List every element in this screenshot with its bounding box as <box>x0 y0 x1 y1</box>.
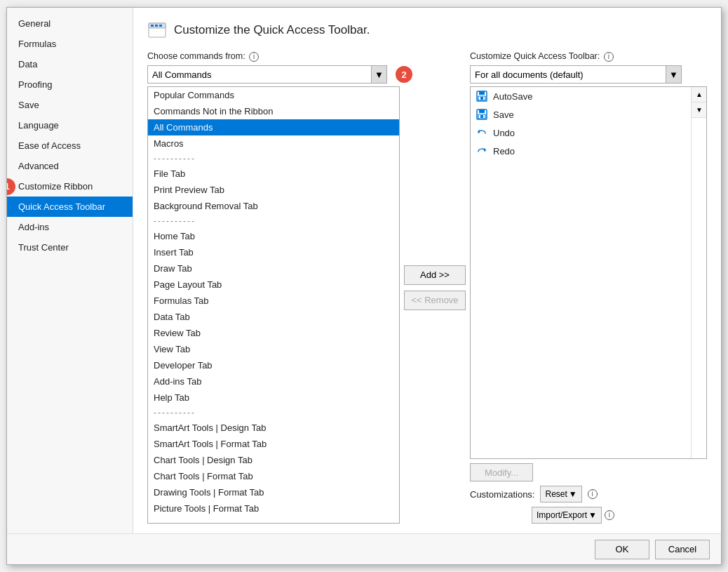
documents-dropdown-btn[interactable]: ▼ <box>666 65 682 84</box>
right-side-arrows: ▲ ▼ <box>691 87 706 458</box>
move-down-button[interactable]: ▼ <box>692 102 707 118</box>
list-item[interactable]: Popular Commands <box>148 87 399 103</box>
redo-icon <box>476 145 487 157</box>
choose-info-icon[interactable]: i <box>249 52 259 62</box>
reset-info-icon[interactable]: i <box>588 489 598 499</box>
toolbar-icon <box>147 20 167 40</box>
svg-rect-8 <box>480 97 483 100</box>
ok-button[interactable]: OK <box>595 540 649 559</box>
right-column: Customize Quick Access Toolbar: i For al… <box>470 51 707 524</box>
import-export-info-icon[interactable]: i <box>605 510 614 520</box>
dialog-body: General Formulas Data Proofing Save Lang… <box>7 8 721 533</box>
list-item[interactable]: Macros <box>148 135 399 152</box>
sidebar-item-data[interactable]: Data <box>7 54 133 74</box>
list-item-all-commands[interactable]: All Commands <box>148 119 399 135</box>
sidebar-item-trust-center[interactable]: Trust Center <box>7 237 133 258</box>
customizations-row: Customizations: Reset ▼ i <box>470 486 707 503</box>
sidebar: General Formulas Data Proofing Save Lang… <box>7 8 133 533</box>
redo-label: Redo <box>493 146 515 157</box>
autosave-icon <box>476 91 487 102</box>
dialog-title-text: Customize the Quick Access Toolbar. <box>174 23 370 37</box>
step2-badge: 2 <box>396 66 412 83</box>
excel-options-dialog: General Formulas Data Proofing Save Lang… <box>6 7 722 565</box>
reset-button[interactable]: Reset ▼ <box>540 486 581 503</box>
svg-rect-12 <box>480 115 483 118</box>
import-export-button[interactable]: Import/Export ▼ <box>532 507 602 524</box>
undo-label: Undo <box>493 128 515 138</box>
right-dropdown-row: For all documents (default) ▼ <box>470 65 707 84</box>
list-item[interactable]: Picture Tools | Format Tab <box>148 500 399 517</box>
undo-icon <box>476 127 487 138</box>
list-item[interactable]: Chart Tools | Design Tab <box>148 452 399 468</box>
sidebar-item-language[interactable]: Language <box>7 115 133 135</box>
list-item[interactable]: Drawing Tools | Format Tab <box>148 484 399 500</box>
list-item[interactable]: Home Tab <box>148 228 399 244</box>
right-bottom: Modify... Customizations: Reset ▼ i Impo <box>470 463 707 524</box>
middle-buttons: Add >> << Remove <box>400 51 470 524</box>
sidebar-item-add-ins[interactable]: Add-ins <box>7 217 133 237</box>
list-item[interactable]: Review Tab <box>148 325 399 341</box>
save-label: Save <box>493 109 514 120</box>
commands-dropdown[interactable]: Popular Commands Commands Not in the Rib… <box>147 65 372 84</box>
list-separator: ---------- <box>148 152 399 166</box>
sidebar-item-general[interactable]: General <box>7 13 133 34</box>
list-item[interactable]: Page Layout Tab <box>148 277 399 293</box>
sidebar-item-proofing[interactable]: Proofing <box>7 74 133 95</box>
list-item[interactable]: Developer Tab <box>148 357 399 373</box>
commands-list[interactable]: Popular Commands Commands Not in the Rib… <box>148 87 399 523</box>
list-item[interactable]: Chart Tools | Format Tab <box>148 468 399 484</box>
list-item[interactable]: Data Tab <box>148 309 399 325</box>
svg-rect-2 <box>151 25 154 27</box>
customize-info-icon[interactable]: i <box>604 52 614 62</box>
svg-rect-10 <box>479 109 485 113</box>
svg-rect-3 <box>155 25 158 27</box>
list-item[interactable]: File Tab <box>148 166 399 182</box>
list-item[interactable]: SmartArt Tools | Format Tab <box>148 436 399 452</box>
commands-dropdown-row: Popular Commands Commands Not in the Rib… <box>147 65 400 84</box>
list-item[interactable]: Insert Tab <box>148 244 399 260</box>
customizations-label: Customizations: <box>470 489 534 500</box>
toolbar-item-undo[interactable]: Undo <box>471 124 691 142</box>
save-icon <box>476 109 487 120</box>
toolbar-item-autosave[interactable]: AutoSave <box>471 87 691 105</box>
right-list: AutoSave <box>471 87 691 458</box>
customize-toolbar-label: Customize Quick Access Toolbar: i <box>470 51 707 62</box>
sidebar-item-ease-of-access[interactable]: Ease of Access <box>7 135 133 156</box>
left-column: Choose commands from: i Popular Commands… <box>147 51 400 524</box>
documents-dropdown[interactable]: For all documents (default) <box>470 65 666 84</box>
move-up-button[interactable]: ▲ <box>692 87 707 102</box>
page-title: Customize the Quick Access Toolbar. <box>147 20 707 40</box>
dialog-footer: OK Cancel <box>7 533 721 564</box>
right-list-area: AutoSave <box>470 86 707 459</box>
sidebar-item-formulas[interactable]: Formulas <box>7 34 133 54</box>
list-item[interactable]: Help Tab <box>148 390 399 406</box>
list-item[interactable]: Print Preview Tab <box>148 182 399 198</box>
modify-button[interactable]: Modify... <box>470 463 533 481</box>
list-separator: ---------- <box>148 406 399 420</box>
list-item[interactable]: SmartArt Tools | Design Tab <box>148 420 399 436</box>
toolbar-item-redo[interactable]: Redo <box>471 142 691 160</box>
list-item[interactable]: View Tab <box>148 341 399 357</box>
add-button[interactable]: Add >> <box>404 265 466 285</box>
sidebar-item-quick-access-toolbar[interactable]: Quick Access Toolbar <box>7 197 133 217</box>
choose-commands-label: Choose commands from: i <box>147 51 400 62</box>
cancel-button[interactable]: Cancel <box>655 540 710 559</box>
list-item[interactable]: Commands Not in the Ribbon <box>148 103 399 119</box>
main-content: Customize the Quick Access Toolbar. Choo… <box>133 8 721 533</box>
svg-rect-4 <box>159 25 162 27</box>
sidebar-item-advanced[interactable]: Advanced <box>7 156 133 176</box>
svg-rect-6 <box>479 91 485 95</box>
sidebar-item-customize-ribbon[interactable]: 1 Customize Ribbon <box>7 176 133 197</box>
list-item[interactable]: Formulas Tab <box>148 293 399 309</box>
content-columns: Choose commands from: i Popular Commands… <box>147 51 707 524</box>
sidebar-item-save[interactable]: Save <box>7 95 133 115</box>
toolbar-item-save[interactable]: Save <box>471 105 691 124</box>
step1-badge: 1 <box>7 178 15 195</box>
commands-list-container: Popular Commands Commands Not in the Rib… <box>147 86 400 524</box>
list-item[interactable]: Add-ins Tab <box>148 373 399 390</box>
import-export-row: Import/Export ▼ i <box>532 507 707 524</box>
list-item[interactable]: Draw Tab <box>148 260 399 277</box>
list-item[interactable]: Background Removal Tab <box>148 198 399 214</box>
commands-dropdown-btn[interactable]: ▼ <box>372 65 387 84</box>
remove-button[interactable]: << Remove <box>404 291 466 310</box>
